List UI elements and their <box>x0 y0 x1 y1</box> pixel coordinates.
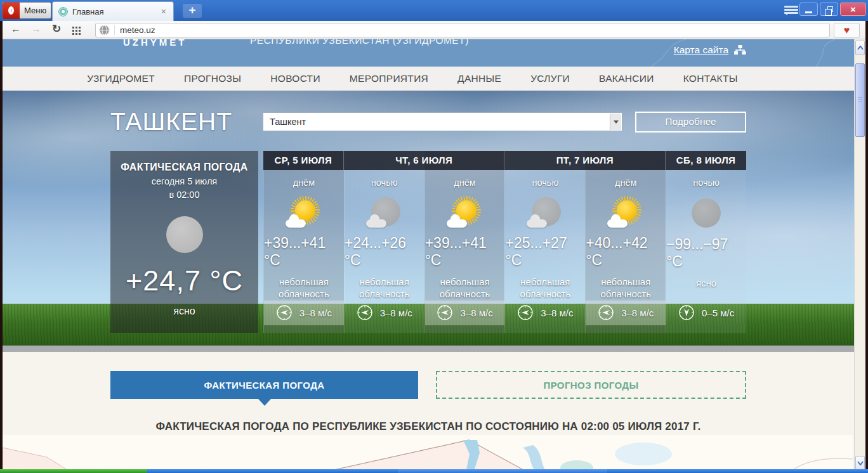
close-window-button[interactable]: × <box>840 3 866 16</box>
close-window-icon: × <box>850 4 856 15</box>
new-tab-button[interactable]: + <box>183 4 202 18</box>
day-header-wed: СР, 5 ИЮЛЯ <box>263 151 344 170</box>
wind-row: 3–8 м/с <box>505 301 585 325</box>
day-header-fri: ПТ, 7 ИЮЛЯ <box>504 151 666 170</box>
forecast-column: днём +40...+42 °C небольшая облачность 3… <box>585 151 666 333</box>
taskbar-segment <box>398 469 607 473</box>
speed-dial-grid-icon[interactable] <box>72 26 81 37</box>
temperature-range: −99...−97 °C <box>666 236 746 270</box>
sitemap-icon <box>734 45 746 56</box>
minimize-icon <box>805 11 812 13</box>
forward-icon[interactable]: → <box>31 23 41 35</box>
wind-row: 3–8 м/с <box>345 301 424 325</box>
weather-tabs: ФАКТИЧЕСКАЯ ПОГОДА ПРОГНОЗ ПОГОДЫ <box>110 371 746 399</box>
content-section: ФАКТИЧЕСКАЯ ПОГОДА ПРОГНОЗ ПОГОДЫ ФАКТИЧ… <box>3 352 854 473</box>
temperature-range: +40...+42 °C <box>586 235 666 269</box>
current-condition: ясно <box>110 306 258 317</box>
period-label: днём <box>615 178 637 188</box>
period-label: днём <box>454 178 476 188</box>
nav-item-vakansii[interactable]: ВАКАНСИИ <box>584 73 669 84</box>
nav-item-dannye[interactable]: ДАННЫЕ <box>443 73 516 84</box>
nav-item-novosti[interactable]: НОВОСТИ <box>256 73 335 84</box>
nav-item-kontakty[interactable]: КОНТАКТЫ <box>669 73 753 84</box>
uzhymet-logo: UZHYMET <box>123 39 187 48</box>
wind-direction-down-icon <box>678 304 695 321</box>
reload-icon[interactable]: ↻ <box>52 22 61 36</box>
url-field[interactable]: meteo.uz <box>95 23 830 37</box>
restore-icon <box>827 6 833 12</box>
condition-label: небольшая облачность <box>591 276 661 301</box>
restore-button[interactable] <box>820 3 838 16</box>
browser-body: ← → ↻ meteo.uz ♥ <box>0 21 868 473</box>
forecast-columns: СР, 5 ИЮЛЯ ЧТ, 6 ИЮЛЯ ПТ, 7 ИЮЛЯ СБ, 8 И… <box>263 151 746 333</box>
browser-tab-glavnaya[interactable]: Главная × <box>52 1 174 21</box>
nav-item-meropriyatiya[interactable]: МЕРОПРИЯТИЯ <box>335 73 443 84</box>
wind-speed: 3–8 м/с <box>299 308 332 318</box>
browser-window: Меню Главная × + × ← → ↻ <box>0 0 868 473</box>
temperature-range: +25...+27 °C <box>505 235 585 269</box>
web-page: UZHYMET РЕСПУБЛИКИ УЗБЕКИСТАН (УЗГИДРОМЕ… <box>3 39 854 473</box>
sitemap-link-label[interactable]: Карта сайта <box>674 44 728 56</box>
tab-actual-weather[interactable]: ФАКТИЧЕСКАЯ ПОГОДА <box>110 371 418 399</box>
url-separator <box>114 25 115 35</box>
period-label: ночью <box>371 178 398 188</box>
temperature-range: +24...+26 °C <box>345 235 424 269</box>
wind-row: 3–8 м/с <box>264 301 344 325</box>
wind-row: 3–8 м/с <box>586 301 666 325</box>
clear-night-icon <box>166 216 203 253</box>
wind-speed: 3–8 м/с <box>621 308 654 318</box>
current-time: в 02:00 <box>110 190 258 200</box>
site-header: UZHYMET РЕСПУБЛИКИ УЗБЕКИСТАН (УЗГИДРОМЕ… <box>3 39 854 67</box>
wind-direction-left-icon <box>437 304 453 321</box>
page-viewport: UZHYMET РЕСПУБЛИКИ УЗБЕКИСТАН (УЗГИДРОМЕ… <box>3 39 865 473</box>
wind-speed: 0–5 м/с <box>702 308 734 318</box>
condition-label: небольшая облачность <box>510 276 580 301</box>
wind-row: 3–8 м/с <box>425 301 505 325</box>
back-icon[interactable]: ← <box>11 23 21 35</box>
main-nav: УЗГИДРОМЕТ ПРОГНОЗЫ НОВОСТИ МЕРОПРИЯТИЯ … <box>3 67 854 91</box>
horizon-strip <box>3 346 854 352</box>
details-button[interactable]: Подробнее <box>635 112 746 133</box>
clear-night-icon <box>692 198 721 228</box>
weather-panel: ФАКТИЧЕСКАЯ ПОГОДА сегодня 5 июля в 02:0… <box>110 151 746 333</box>
chevron-down-icon <box>614 120 619 126</box>
chevron-down-icon <box>857 461 864 465</box>
wind-speed: 3–8 м/с <box>380 308 412 318</box>
wind-row: 0–5 м/с <box>666 300 746 325</box>
address-bar: ← → ↻ meteo.uz ♥ <box>3 21 865 39</box>
browser-tab-bar: Меню Главная × + × <box>0 0 868 21</box>
taskbar-segment <box>607 469 868 473</box>
organization-name: РЕСПУБЛИКИ УЗБЕКИСТАН (УЗГИДРОМЕТ) <box>250 39 469 46</box>
sun-cloud-icon <box>288 196 320 229</box>
forecast-day-headers: СР, 5 ИЮЛЯ ЧТ, 6 ИЮЛЯ ПТ, 7 ИЮЛЯ СБ, 8 И… <box>263 151 746 170</box>
heart-icon: ♥ <box>844 25 850 36</box>
globe-icon <box>99 25 110 36</box>
moon-cloud-icon <box>369 196 400 229</box>
wind-direction-left-icon <box>598 304 614 321</box>
browser-menu-button[interactable]: Меню <box>2 2 51 19</box>
nav-item-uzgidromet[interactable]: УЗГИДРОМЕТ <box>72 73 169 84</box>
url-text: meteo.uz <box>120 25 155 35</box>
scrollbar-down-button[interactable] <box>855 456 865 470</box>
minimize-button[interactable] <box>799 3 818 16</box>
scrollbar-thumb[interactable] <box>855 63 865 137</box>
nav-item-prognozy[interactable]: ПРОГНОЗЫ <box>169 73 256 84</box>
sitemap-link[interactable]: Карта сайта <box>674 44 746 56</box>
city-select[interactable]: Ташкент <box>263 112 622 131</box>
period-label: днём <box>293 178 315 188</box>
select-dropdown-button[interactable] <box>610 113 621 130</box>
taskbar-segment <box>147 469 398 473</box>
page-scrollbar[interactable] <box>854 39 865 473</box>
taskbar-strip <box>0 469 868 473</box>
bookmark-heart-button[interactable]: ♥ <box>834 23 860 38</box>
forecast-column: днём +39...+41 °C небольшая облачность 3… <box>263 151 344 333</box>
current-date: сегодня 5 июля <box>110 176 258 186</box>
nav-item-uslugi[interactable]: УСЛУГИ <box>516 73 584 84</box>
scrollbar-up-button[interactable] <box>855 41 865 55</box>
chevron-up-icon <box>857 46 864 50</box>
tab-close-icon[interactable]: × <box>160 6 168 16</box>
forecast-column: ночью −99...−97 °C ясно 0–5 м/с <box>666 151 746 333</box>
city-title: ТАШКЕНТ <box>110 108 225 136</box>
tab-weather-forecast[interactable]: ПРОГНОЗ ПОГОДЫ <box>436 371 746 399</box>
wind-direction-left-icon <box>517 304 534 321</box>
